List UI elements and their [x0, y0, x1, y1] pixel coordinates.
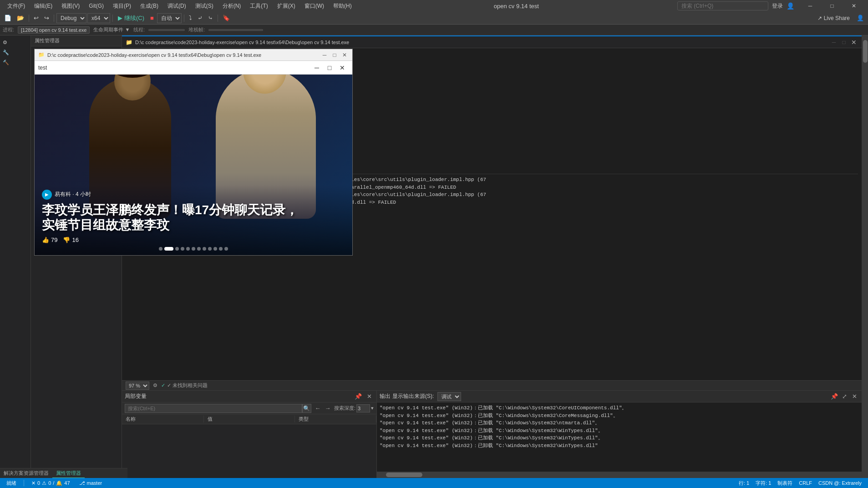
locals-search-input[interactable] — [125, 404, 302, 413]
menu-item-project[interactable]: 项目(P) — [109, 1, 135, 11]
menu-item-edit[interactable]: 编辑(E) — [30, 1, 56, 11]
status-errors[interactable]: ✕ 0 ⚠ 0 / 🔔 47 — [29, 480, 73, 486]
menu-item-file[interactable]: 文件(F) — [4, 1, 29, 11]
open-file-button[interactable]: 📂 — [15, 14, 26, 22]
video-dot-3[interactable] — [175, 247, 179, 251]
popup-addr-icon: 📁 — [38, 52, 45, 58]
sidebar-tool-2[interactable]: 🔨 — [0, 57, 30, 67]
popup-maximize-button[interactable]: □ — [323, 61, 336, 74]
video-dot-8[interactable] — [203, 247, 206, 251]
video-background: ▶ 易有科 · 4 小时 李玟学员王泽鹏终发声！曝17分钟聊天记录，实锤节目组故… — [35, 75, 352, 255]
sidebar-tool-1[interactable]: 🔧 — [0, 47, 30, 57]
video-dot-2[interactable] — [164, 247, 173, 251]
output-expand-button[interactable]: ⤢ — [840, 392, 849, 401]
menu-item-test[interactable]: 测试(S) — [192, 1, 217, 11]
video-dot-12[interactable] — [224, 247, 228, 251]
status-encoding[interactable]: CRLF — [796, 480, 815, 487]
close-button[interactable]: ✕ — [843, 0, 864, 12]
output-close-button[interactable]: ✕ — [850, 392, 859, 401]
menu-item-extend[interactable]: 扩展(X) — [274, 1, 299, 11]
process-selector[interactable]: [12804] open cv 9.14 test.exe — [18, 26, 90, 34]
output-source-select[interactable]: 调试 — [437, 392, 461, 401]
status-ready[interactable]: 就绪 — [4, 480, 19, 487]
redo-button[interactable]: ↪ — [42, 14, 51, 22]
video-dot-9[interactable] — [208, 247, 212, 251]
output-line-4: "open cv 9.14 test.exe" (Win32)：已加载 "C:\… — [380, 427, 859, 435]
status-line[interactable]: 行: 1 — [736, 480, 752, 487]
arch-select[interactable]: x64 — [87, 13, 110, 23]
video-dot-7[interactable] — [197, 247, 201, 251]
menu-item-window[interactable]: 窗口(W) — [301, 1, 328, 11]
popup-addr-min-button[interactable]: ─ — [320, 51, 329, 59]
new-file-button[interactable]: 📄 — [2, 14, 14, 22]
settings-icon[interactable]: ⚙ — [153, 382, 157, 388]
addr-maximize-button[interactable]: □ — [840, 38, 848, 46]
locals-table-header: 名称 值 类型 — [122, 414, 376, 424]
video-dot-1[interactable] — [159, 247, 162, 251]
depth-arrow[interactable]: ▾ — [371, 405, 374, 411]
main-v-scrollbar[interactable] — [862, 35, 868, 488]
maximize-button[interactable]: □ — [822, 0, 843, 12]
video-dot-6[interactable] — [192, 247, 195, 251]
minimize-button[interactable]: ─ — [800, 0, 821, 12]
search-depth-input[interactable] — [356, 404, 370, 413]
video-dot-11[interactable] — [219, 247, 223, 251]
video-dislike-button[interactable]: 👎 16 — [63, 236, 78, 243]
step-out-button[interactable]: ⤷ — [206, 14, 215, 22]
video-dot-10[interactable] — [213, 247, 217, 251]
undo-button[interactable]: ↩ — [31, 14, 41, 22]
popup-minimize-button[interactable]: ─ — [310, 61, 323, 74]
menu-item-build[interactable]: 生成(B) — [137, 1, 162, 11]
output-content[interactable]: "open cv 9.14 test.exe" (Win32)：已加载 "C:\… — [377, 402, 862, 472]
locals-back-button[interactable]: ← — [313, 404, 322, 413]
locals-pin-button[interactable]: 📌 — [354, 392, 363, 401]
bottom-tab-bar: 解决方案资源管理器 属性管理器 — [0, 468, 127, 478]
user-icon[interactable]: 👤 — [787, 2, 794, 10]
solution-explorer-tab[interactable]: 解决方案资源管理器 — [0, 469, 52, 478]
video-dot-5[interactable] — [186, 247, 190, 251]
addr-close-button[interactable]: ✕ — [850, 38, 858, 46]
popup-addr-max-button[interactable]: □ — [330, 51, 339, 59]
menu-item-view[interactable]: 视图(V) — [58, 1, 83, 11]
properties-manager-tab[interactable]: 属性管理器 — [52, 469, 85, 478]
signin-button[interactable]: 登录 — [772, 2, 783, 10]
output-pin-button[interactable]: 📌 — [830, 392, 839, 401]
video-like-button[interactable]: 👍 79 — [42, 236, 57, 243]
zoom-select[interactable]: 97 % — [126, 382, 149, 390]
step-over-button[interactable]: ⤵ — [187, 14, 194, 22]
thumbs-down-icon: 👎 — [63, 236, 70, 243]
live-share-button[interactable]: ↗ Live Share — [814, 14, 853, 22]
bookmark-button[interactable]: 🔖 — [220, 14, 232, 22]
account-settings-button[interactable]: 👤 — [854, 14, 866, 22]
status-col[interactable]: 字符: 1 — [753, 480, 774, 487]
sidebar-properties-button[interactable]: ⚙ — [0, 37, 30, 47]
status-table-format[interactable]: 制表符 — [775, 480, 795, 487]
locals-fwd-button[interactable]: → — [323, 404, 332, 413]
menu-item-git[interactable]: Git(G) — [85, 2, 107, 10]
addr-minimize-button[interactable]: ─ — [830, 38, 838, 46]
stack-selector[interactable] — [208, 29, 263, 31]
output-panel-title: 输出 — [380, 392, 391, 400]
locals-search-depth: 搜索深度: ▾ — [334, 404, 374, 413]
menu-item-analyze[interactable]: 分析(N) — [219, 1, 245, 11]
popup-addr-close-button[interactable]: ✕ — [340, 51, 349, 59]
auto-select[interactable]: 自动 — [157, 13, 182, 23]
status-csdn[interactable]: CSDN @: Extrarely — [816, 480, 864, 487]
stop-button[interactable]: ■ — [148, 14, 156, 22]
lifecycle-label[interactable]: 生命周期事件 ▼ — [93, 26, 130, 33]
menu-item-help[interactable]: 帮助(H) — [330, 1, 355, 11]
continue-button[interactable]: ▶ 继续(C) — [115, 14, 147, 22]
menu-item-tools[interactable]: 工具(T) — [246, 1, 271, 11]
thread-selector[interactable] — [148, 29, 185, 31]
video-dot-4[interactable] — [181, 247, 184, 251]
status-git[interactable]: ⎇ master — [76, 480, 105, 486]
locals-close-button[interactable]: ✕ — [365, 392, 374, 401]
step-into-button[interactable]: ⤶ — [195, 14, 205, 22]
bottom-panels: 局部变量 📌 ✕ 🔍 ← → 搜索深度: ▾ — [122, 390, 862, 488]
menu-item-debug[interactable]: 调试(D) — [164, 1, 190, 11]
popup-close-button[interactable]: ✕ — [336, 61, 349, 74]
output-h-scrollbar[interactable] — [377, 472, 862, 478]
debug-mode-select[interactable]: Debug — [56, 13, 86, 23]
locals-search-button[interactable]: 🔍 — [302, 404, 311, 413]
global-search-input[interactable] — [677, 1, 768, 10]
